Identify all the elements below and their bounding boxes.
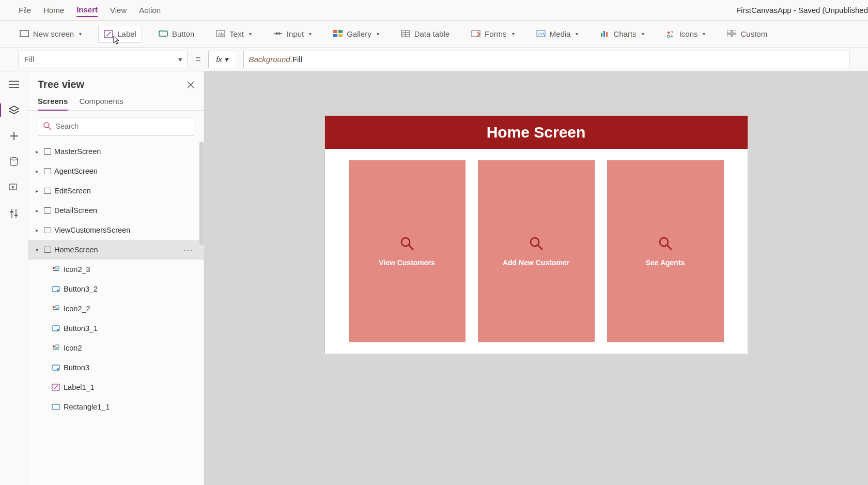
rail-media[interactable] <box>7 182 21 193</box>
group-icon <box>51 305 60 312</box>
database-icon <box>10 157 18 166</box>
chevron-down-icon: ▾ <box>512 31 515 37</box>
tab-screens[interactable]: Screens <box>38 97 68 111</box>
tree-item-viewcustomersscreen[interactable]: ▸ ViewCustomersScreen <box>28 220 204 240</box>
chevron-down-icon: ▾ <box>576 31 578 37</box>
close-icon <box>187 81 194 88</box>
svg-point-32 <box>53 306 55 308</box>
forms-button[interactable]: Forms ▾ <box>466 25 520 42</box>
card-view-customers[interactable]: View Customers <box>349 160 466 342</box>
formula-token-rest: .Fill <box>290 55 302 64</box>
canvas-screen[interactable]: Home Screen View Customers Add New Custo… <box>325 116 748 354</box>
svg-rect-19 <box>727 30 731 33</box>
new-screen-button[interactable]: New screen ▾ <box>14 25 87 42</box>
rail-data[interactable] <box>7 156 21 168</box>
chevron-right-icon: ▸ <box>34 168 41 175</box>
chevron-down-icon: ▾ <box>224 55 228 64</box>
formula-input[interactable]: Background.Fill <box>243 51 849 68</box>
svg-point-39 <box>57 368 59 370</box>
card-see-agents[interactable]: See Agents <box>607 160 724 342</box>
text-icon: Ab <box>216 30 225 38</box>
svg-rect-9 <box>333 34 337 37</box>
tree-view-close[interactable] <box>187 81 194 88</box>
icons-button[interactable]: Icons ▾ <box>661 25 711 42</box>
tree-item-label: EditScreen <box>54 187 91 195</box>
tree-item-detailscreen[interactable]: ▸ DetailScreen <box>28 201 204 220</box>
fx-button[interactable]: fx ▾ <box>208 51 236 68</box>
tree-item-editscreen[interactable]: ▸ EditScreen <box>28 181 204 201</box>
input-button-text: Input <box>287 29 304 38</box>
tree-child-rectangle1_1[interactable]: Rectangle1_1 <box>28 397 204 417</box>
label-button[interactable]: Label <box>98 25 142 43</box>
chevron-right-icon: ▸ <box>34 148 41 155</box>
custom-icon <box>727 30 736 38</box>
svg-point-36 <box>53 345 55 347</box>
svg-rect-21 <box>727 34 731 37</box>
tree-item-masterscreen[interactable]: ▸ MasterScreen <box>28 142 204 161</box>
search-icon <box>43 122 52 130</box>
chevron-right-icon: ▸ <box>34 188 41 194</box>
property-select[interactable]: Fill ▾ <box>19 51 188 68</box>
svg-rect-8 <box>338 30 343 33</box>
tree-child-button3[interactable]: Button3 <box>28 358 204 377</box>
group-icon <box>51 344 60 352</box>
gallery-button[interactable]: Gallery ▾ <box>328 25 384 42</box>
button-button[interactable]: Button <box>153 25 199 42</box>
svg-rect-14 <box>601 33 602 37</box>
card-add-customer[interactable]: Add New Customer <box>478 160 595 342</box>
svg-rect-41 <box>52 404 59 410</box>
svg-rect-7 <box>333 30 337 33</box>
media-rail-icon <box>9 184 19 192</box>
svg-rect-25 <box>10 211 13 213</box>
rail-advanced[interactable] <box>7 208 21 219</box>
rail-tree-view[interactable] <box>7 104 21 116</box>
canvas-area[interactable]: Home Screen View Customers Add New Custo… <box>204 71 868 485</box>
forms-icon <box>471 30 481 38</box>
svg-rect-22 <box>732 34 736 37</box>
formula-bar: Fill ▾ = fx ▾ Background.Fill <box>0 48 868 71</box>
chevron-right-icon: ▸ <box>34 227 41 234</box>
tree-child-button3_2[interactable]: Button3_2 <box>28 279 204 299</box>
fx-label: fx <box>216 55 222 64</box>
menu-view[interactable]: View <box>110 6 127 14</box>
media-button[interactable]: Media ▾ <box>531 25 584 42</box>
svg-rect-26 <box>14 215 18 216</box>
svg-rect-15 <box>603 31 605 37</box>
tree-item-label: ViewCustomersScreen <box>54 226 130 234</box>
tree-search-box[interactable] <box>38 117 194 135</box>
tab-components[interactable]: Components <box>79 97 123 110</box>
data-table-button[interactable]: Data table <box>396 25 455 42</box>
card-label: Add New Customer <box>503 259 569 267</box>
text-button[interactable]: Ab Text ▾ <box>211 25 257 42</box>
tree-item-more[interactable]: ··· <box>184 246 198 254</box>
cursor-icon <box>113 36 120 45</box>
tree-item-homescreen[interactable]: ▾ HomeScreen ··· <box>28 240 204 260</box>
tree-child-label1_1[interactable]: Label1_1 <box>28 377 204 397</box>
tree-child-button3_1[interactable]: Button3_1 <box>28 319 204 338</box>
layers-icon <box>9 105 19 115</box>
rail-insert[interactable] <box>7 130 21 142</box>
rail-hamburger[interactable] <box>7 79 21 90</box>
tree-child-icon2[interactable]: Icon2 <box>28 338 204 358</box>
svg-rect-10 <box>338 34 343 37</box>
custom-button[interactable]: Custom <box>722 25 772 42</box>
tree-child-icon2_3[interactable]: Icon2_3 <box>28 260 204 279</box>
menu-file[interactable]: File <box>19 6 31 14</box>
button-small-icon <box>51 325 60 332</box>
canvas-header[interactable]: Home Screen <box>325 116 748 149</box>
charts-button[interactable]: Charts ▾ <box>595 25 649 42</box>
tree-scrollbar[interactable] <box>199 142 204 245</box>
tree-item-agentscreen[interactable]: ▸ AgentScreen <box>28 161 204 181</box>
label-icon <box>104 30 113 38</box>
tree-child-icon2_2[interactable]: Icon2_2 <box>28 299 204 319</box>
tree-child-label: Icon2 <box>64 344 82 352</box>
screen-icon <box>44 227 51 233</box>
data-table-button-text: Data table <box>414 29 450 38</box>
tree-search-input[interactable] <box>56 122 189 130</box>
menu-home[interactable]: Home <box>43 6 64 14</box>
menu-action[interactable]: Action <box>139 6 161 14</box>
menu-insert[interactable]: Insert <box>76 5 98 17</box>
tree-child-label: Button3_2 <box>64 285 98 293</box>
input-button[interactable]: Input ▾ <box>268 25 317 42</box>
group-icon <box>51 266 60 273</box>
